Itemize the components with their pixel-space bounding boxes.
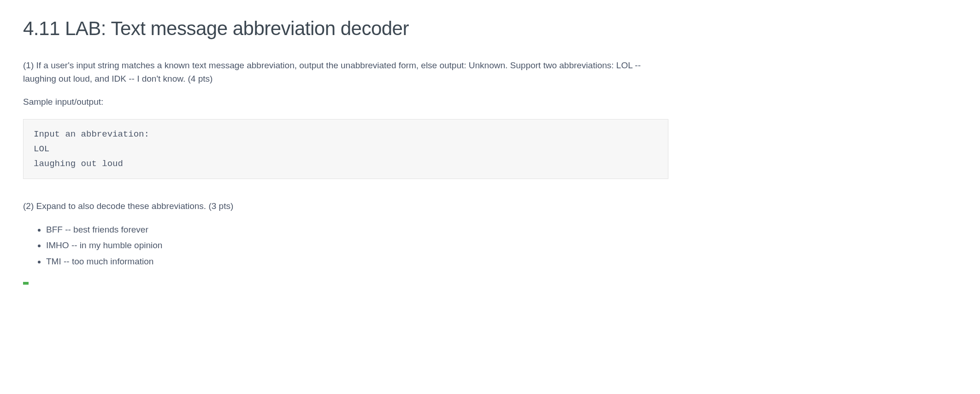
lab-title: 4.11 LAB: Text message abbreviation deco… <box>23 14 668 43</box>
instruction-paragraph-2: (2) Expand to also decode these abbrevia… <box>23 200 668 213</box>
instruction-paragraph-1: (1) If a user's input string matches a k… <box>23 59 668 85</box>
sample-io-code: Input an abbreviation: LOL laughing out … <box>23 119 668 179</box>
lab-content: 4.11 LAB: Text message abbreviation deco… <box>23 14 668 285</box>
abbreviation-list: BFF -- best friends forever IMHO -- in m… <box>23 223 668 269</box>
list-item: BFF -- best friends forever <box>46 223 668 237</box>
progress-indicator <box>23 282 29 285</box>
list-item: TMI -- too much information <box>46 255 668 269</box>
list-item: IMHO -- in my humble opinion <box>46 239 668 252</box>
sample-io-label: Sample input/output: <box>23 96 668 109</box>
